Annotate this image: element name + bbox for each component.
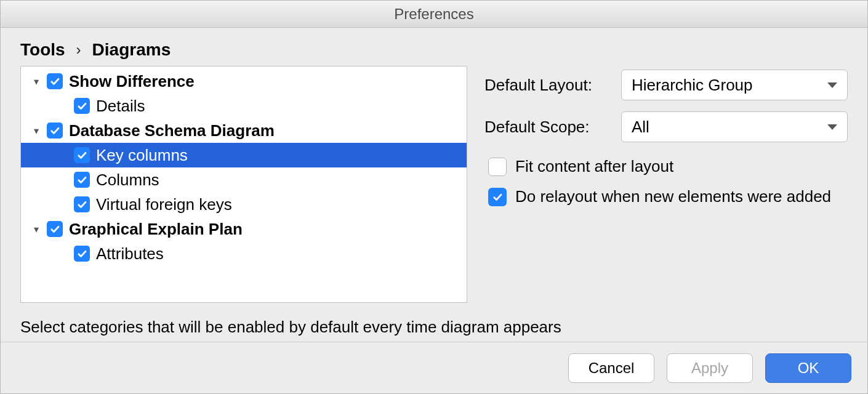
checkbox-db-schema[interactable] — [47, 123, 63, 139]
preferences-window: Preferences Tools › Diagrams ▾ Show Diff… — [0, 0, 868, 394]
window-titlebar: Preferences — [1, 1, 867, 28]
fit-content-row[interactable]: Fit content after layout — [484, 157, 848, 176]
chevron-down-icon — [827, 124, 837, 130]
tree-item-db-schema[interactable]: ▾ Database Schema Diagram — [21, 118, 467, 143]
default-layout-row: Default Layout: Hierarchic Group — [484, 70, 848, 100]
ok-button[interactable]: OK — [765, 353, 851, 383]
hint-text: Select categories that will be enabled b… — [1, 308, 867, 342]
default-scope-label: Default Scope: — [484, 118, 610, 137]
default-scope-row: Default Scope: All — [484, 111, 848, 142]
tree-item-columns[interactable]: Columns — [21, 167, 467, 192]
checkbox-relayout[interactable] — [488, 188, 507, 206]
content-area: ▾ Show Difference Details ▾ Database Sch… — [1, 66, 867, 308]
select-value: Hierarchic Group — [632, 76, 753, 95]
tree-item-explain-plan[interactable]: ▾ Graphical Explain Plan — [21, 217, 467, 241]
breadcrumb-leaf: Diagrams — [92, 40, 171, 60]
cancel-button[interactable]: Cancel — [568, 353, 654, 383]
default-layout-label: Default Layout: — [484, 76, 610, 95]
chevron-down-icon[interactable]: ▾ — [30, 76, 43, 87]
tree-item-label: Details — [96, 97, 145, 116]
tree-item-label: Show Difference — [69, 72, 195, 91]
tree-item-label: Database Schema Diagram — [69, 121, 275, 140]
checkbox-attributes[interactable] — [74, 246, 90, 262]
tree-item-label: Graphical Explain Plan — [69, 220, 243, 239]
window-title: Preferences — [394, 6, 473, 23]
tree-item-attributes[interactable]: Attributes — [21, 241, 467, 266]
tree-item-virtual-fk[interactable]: Virtual foreign keys — [21, 192, 467, 217]
chevron-right-icon: › — [76, 41, 81, 58]
tree-item-label: Columns — [96, 171, 159, 190]
tree-item-key-columns[interactable]: Key columns — [21, 143, 467, 167]
relayout-label: Do relayout when new elements were added — [515, 187, 831, 206]
tree-item-show-difference[interactable]: ▾ Show Difference — [21, 69, 467, 94]
tree-item-label: Virtual foreign keys — [96, 195, 232, 214]
categories-tree[interactable]: ▾ Show Difference Details ▾ Database Sch… — [20, 66, 467, 303]
breadcrumb: Tools › Diagrams — [1, 28, 867, 66]
dialog-footer: Cancel Apply OK — [1, 342, 867, 393]
options-panel: Default Layout: Hierarchic Group Default… — [484, 66, 848, 303]
checkbox-explain-plan[interactable] — [47, 221, 63, 237]
checkbox-fit-content[interactable] — [488, 158, 507, 176]
chevron-down-icon[interactable]: ▾ — [30, 223, 43, 235]
chevron-down-icon[interactable]: ▾ — [30, 125, 43, 137]
checkbox-virtual-fk[interactable] — [74, 196, 90, 212]
breadcrumb-root[interactable]: Tools — [20, 40, 65, 60]
checkbox-key-columns[interactable] — [74, 147, 90, 163]
checkbox-details[interactable] — [74, 98, 90, 114]
apply-button[interactable]: Apply — [667, 353, 753, 383]
chevron-down-icon — [827, 82, 837, 88]
tree-item-label: Key columns — [96, 146, 188, 165]
fit-content-label: Fit content after layout — [515, 157, 673, 176]
tree-item-details[interactable]: Details — [21, 94, 467, 118]
relayout-row[interactable]: Do relayout when new elements were added — [484, 187, 848, 206]
checkbox-columns[interactable] — [74, 172, 90, 188]
checkbox-show-difference[interactable] — [47, 73, 63, 89]
tree-item-label: Attributes — [96, 244, 164, 263]
default-scope-select[interactable]: All — [621, 111, 848, 142]
select-value: All — [632, 118, 649, 137]
default-layout-select[interactable]: Hierarchic Group — [621, 70, 848, 100]
